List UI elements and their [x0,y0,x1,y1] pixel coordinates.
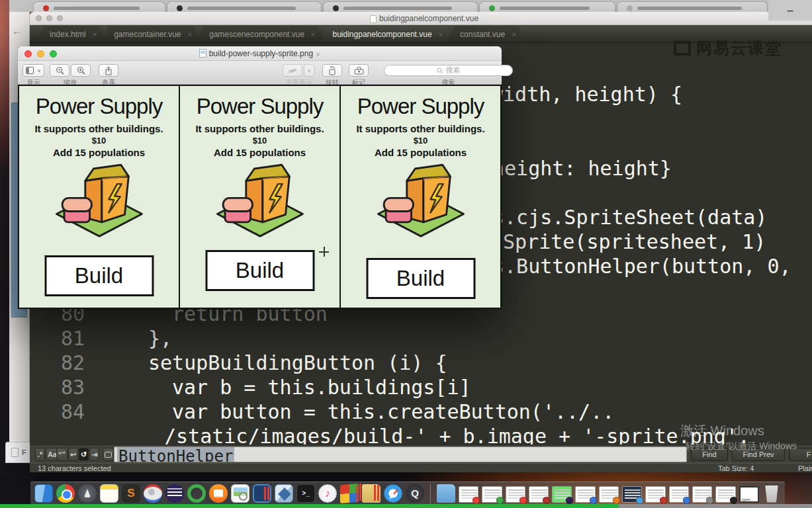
dock-icon-ring[interactable] [187,484,206,503]
dock-icon-vbox[interactable] [275,484,293,503]
minimized-window-thumb[interactable] [552,486,572,503]
browser-tab[interactable] [33,1,165,12]
find-all-button[interactable]: F [789,448,812,461]
thumb-content [578,489,594,491]
dock-icon-chrome[interactable] [56,484,75,503]
search-input[interactable]: 搜索 [384,65,513,76]
zoom-out-icon [56,66,64,75]
preview-window: build-power-supply-sprite.png∨ ∨ 显示 缩放 共… [18,46,502,309]
preview-title-bar[interactable]: build-power-supply-sprite.png∨ [18,46,502,61]
tab-gamecontainer-vue[interactable]: gamecontainer.vue× [102,26,201,42]
zoom-out-button[interactable] [50,64,69,77]
minimized-window-thumb[interactable] [599,486,619,503]
dock-icon-launchpad[interactable] [78,484,97,503]
dock-icon-winlogo[interactable] [340,484,359,503]
dock-icon-quicktime[interactable]: Q [406,484,424,503]
ring-icon [187,484,206,503]
browser-tab[interactable] [617,1,768,12]
browser-tab-title-illegible [500,7,590,10]
syntax-status[interactable]: Plain [798,464,812,472]
build-button[interactable]: Build [366,258,475,299]
zoom-in-button[interactable] [71,64,91,77]
editor-title-bar[interactable]: buidingpanelcomponent.vue [30,12,812,25]
thumb-app-badge [473,497,480,504]
in-selection-toggle[interactable]: ⇥ [89,448,99,461]
tab-gamescenecomponent-vue[interactable]: gamescenecomponent.vue× [197,26,325,42]
code-fragment: width, height) { [491,83,682,106]
minimized-window-thumb[interactable] [669,486,689,503]
vm-minimize-icon[interactable]: – [788,5,793,17]
find-button[interactable]: Find [691,448,728,461]
minimized-window-thumb[interactable] [506,486,525,503]
wrap-toggle[interactable]: ↩ [68,448,78,461]
thumb-content [484,489,500,491]
browser-tab-title-illegible [343,7,452,10]
close-tab-icon[interactable]: × [439,30,443,38]
dock-icon-sync[interactable] [144,484,162,503]
dock-icon-eclipse[interactable] [165,484,184,503]
find-input[interactable]: ButtonHelper [114,446,687,462]
back-icon[interactable]: ← [12,25,22,36]
dock-icon-itunes[interactable]: ♪ [318,484,337,503]
minimized-window-thumb[interactable] [459,486,478,503]
tab-index-html[interactable]: index.html× [38,26,106,42]
thumb-content [602,489,617,491]
share-button[interactable] [99,64,118,77]
highlight-button[interactable] [283,64,302,77]
chrome-icon [56,484,75,503]
dock-icon-finder[interactable] [34,484,53,503]
rotate-button[interactable] [322,64,342,77]
browser-tab[interactable] [167,1,322,12]
regex-toggle[interactable]: .* [35,448,45,461]
dock-icon-terminal[interactable]: >_ [296,484,315,503]
tab-buidingpanelcomponent-vue[interactable]: buidingpanelcomponent.vue× [321,26,453,42]
card-description: It supports other buildings. [19,123,179,134]
minimized-window-thumb[interactable] [645,486,665,503]
close-tab-icon[interactable]: × [188,30,192,38]
browser-tab-favicon [627,5,633,11]
close-tab-icon[interactable]: × [311,30,315,38]
sync-icon [144,484,162,503]
terminal-icon: >_ [296,484,315,503]
highlight-menu-button[interactable]: ∨ [304,64,314,77]
tab-size-status[interactable]: Tab Size: 4 [718,464,754,472]
build-button[interactable]: Build [205,250,314,291]
build-button[interactable]: Build [44,255,154,296]
power-supply-sprite [210,152,310,238]
find-prev-button[interactable]: Find Prev [732,448,785,461]
dock-icon-trash[interactable] [762,484,781,503]
dock-icon-notes[interactable] [100,484,118,503]
minimized-window-thumb[interactable] [575,486,595,503]
thumb-app-badge [566,497,573,504]
browser-tab[interactable] [479,1,615,12]
whole-word-toggle[interactable]: “” [56,448,68,461]
markup-button[interactable] [349,64,369,77]
netease-brand-text: 网易云课堂 [696,38,782,59]
dock-icon-winmon[interactable] [253,484,271,503]
dock-icon-folder[interactable] [362,484,381,503]
code-fragment: s.cjs.SpriteSheet(data) [492,206,767,229]
minimized-window-thumb[interactable] [692,486,712,503]
minimized-window-thumb[interactable] [715,486,735,503]
view-menu-button[interactable]: ∨ [23,64,44,77]
dock-icon-sublime[interactable]: S [122,484,140,503]
dock-icon-safari[interactable] [384,484,402,503]
close-tab-icon[interactable]: × [93,30,97,38]
open-window-thumb[interactable]: open... [739,486,759,503]
highlight-matches-toggle[interactable] [103,448,114,461]
wrap-search-toggle[interactable]: ↺ [79,448,89,461]
thumb-app-badge [519,497,527,504]
minimized-window-thumb[interactable] [529,486,549,503]
vm-host-controls[interactable]: – [768,0,812,21]
thumb-app-badge [660,497,667,504]
netease-brand: 网易云课堂 [674,38,782,59]
browser-tab[interactable] [323,1,478,12]
dock-icon-photos[interactable] [231,484,249,503]
tab-constant-vue[interactable]: constant.vue× [448,26,525,42]
chevron-down-icon[interactable]: ∨ [316,51,320,58]
minimized-window-thumb[interactable] [482,486,502,503]
close-tab-icon[interactable]: × [512,30,516,38]
dock-icon-ibooks[interactable] [209,484,228,503]
minimized-window-thumb[interactable] [622,486,642,503]
dock-icon-linuxfolder[interactable] [437,484,455,503]
